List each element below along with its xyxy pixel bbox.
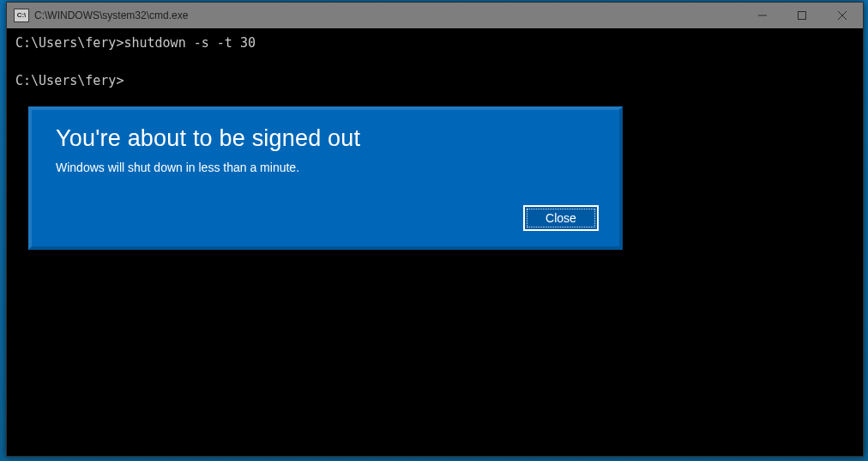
close-icon xyxy=(838,11,847,20)
prompt-text: C:\Users\fery> xyxy=(15,73,124,88)
cmd-icon: C:\ xyxy=(14,9,29,22)
terminal-line xyxy=(15,52,854,71)
desktop: C:\ C:\WINDOWS\system32\cmd.exe C:\Users… xyxy=(0,0,868,461)
dialog-title: You're about to be signed out xyxy=(56,125,595,152)
prompt-text: C:\Users\fery> xyxy=(15,35,124,51)
command-text: shutdown -s -t 30 xyxy=(124,35,256,51)
terminal-line: C:\Users\fery>shutdown -s -t 30 xyxy=(15,33,854,52)
shutdown-dialog: You're about to be signed out Windows wi… xyxy=(28,106,623,250)
dialog-actions: Close xyxy=(523,205,599,231)
window-controls xyxy=(743,3,863,28)
dialog-close-button[interactable]: Close xyxy=(523,205,599,231)
cmd-window-title: C:\WINDOWS\system32\cmd.exe xyxy=(34,9,188,21)
maximize-icon xyxy=(798,11,806,20)
cmd-titlebar[interactable]: C:\ C:\WINDOWS\system32\cmd.exe xyxy=(7,3,863,28)
maximize-button[interactable] xyxy=(782,3,822,28)
dialog-message: Windows will shut down in less than a mi… xyxy=(56,161,595,174)
svg-rect-1 xyxy=(799,12,806,20)
minimize-button[interactable] xyxy=(743,3,782,28)
terminal-line: C:\Users\fery> xyxy=(15,71,854,90)
window-close-button[interactable] xyxy=(822,3,863,28)
minimize-icon xyxy=(758,11,767,20)
cmd-icon-label: C:\ xyxy=(17,12,27,19)
